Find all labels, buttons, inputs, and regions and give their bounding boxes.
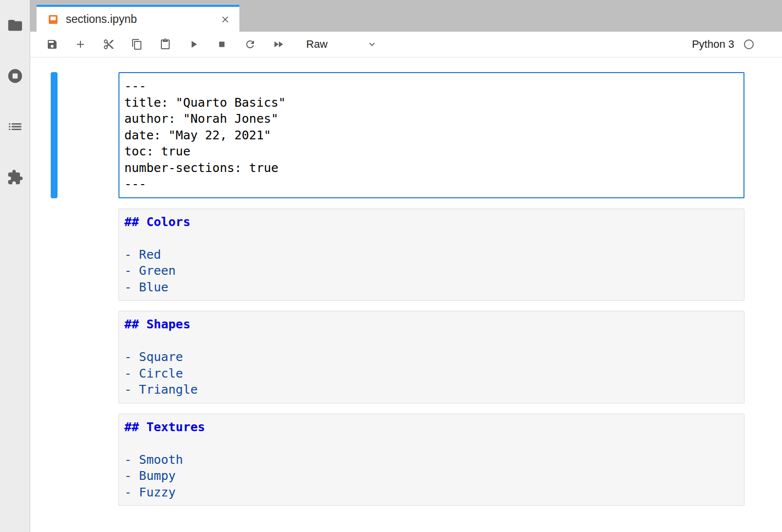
- code-line: - Red: [124, 247, 739, 263]
- code-line: title: "Quarto Basics": [124, 95, 739, 111]
- cell-type-dropdown[interactable]: Raw: [303, 36, 380, 53]
- interrupt-kernel-button[interactable]: [210, 34, 234, 55]
- list-icon: [7, 118, 23, 135]
- cell-collapser[interactable]: [51, 72, 58, 198]
- cell-collapser[interactable]: [51, 414, 58, 506]
- save-icon: [46, 38, 58, 50]
- cell-collapser[interactable]: [51, 311, 58, 403]
- sidebar-item-running-sessions[interactable]: [5, 66, 25, 86]
- code-line: [124, 230, 739, 247]
- code-line: ---: [124, 78, 739, 95]
- notebook-icon: [47, 14, 59, 25]
- save-button[interactable]: [40, 34, 64, 55]
- chevron-down-icon: [367, 39, 377, 50]
- code-line: ## Shapes: [124, 316, 739, 333]
- run-icon: [188, 38, 199, 50]
- tab-title: sections.ipynb: [66, 13, 137, 26]
- code-line: - Green: [124, 263, 739, 279]
- folder-icon: [7, 17, 23, 34]
- cell-editor-markdown[interactable]: ## Textures - Smooth- Bumpy- Fuzzy: [118, 414, 744, 506]
- notebook-panel: ---title: "Quarto Basics"author: "Norah …: [30, 57, 782, 532]
- insert-cell-button[interactable]: [68, 34, 93, 55]
- sidebar-item-file-browser[interactable]: [5, 16, 25, 35]
- cut-cells-button[interactable]: [97, 34, 121, 55]
- cells-container: ---title: "Quarto Basics"author: "Norah …: [30, 72, 782, 506]
- code-line: date: "May 22, 2021": [124, 127, 739, 144]
- cell-editor-raw[interactable]: ---title: "Quarto Basics"author: "Norah …: [118, 72, 744, 198]
- restart-icon: [244, 38, 256, 50]
- code-line: - Smooth: [124, 452, 739, 468]
- restart-kernel-button[interactable]: [238, 34, 262, 55]
- kernel-name[interactable]: Python 3: [692, 38, 734, 51]
- sidebar-item-extensions[interactable]: [5, 168, 25, 187]
- code-line: - Triangle: [124, 381, 739, 398]
- fast-forward-icon: [273, 38, 284, 50]
- code-line: [124, 333, 739, 349]
- notebook-cell[interactable]: ## Colors - Red- Green- Blue: [51, 209, 782, 301]
- run-cell-button[interactable]: [181, 34, 206, 55]
- code-line: number-sections: true: [124, 160, 739, 176]
- cell-collapser[interactable]: [51, 209, 58, 301]
- code-line: [124, 435, 739, 452]
- notebook-cell[interactable]: ## Shapes - Square- Circle- Triangle: [51, 311, 782, 403]
- tab-bar: sections.ipynb: [30, 0, 782, 32]
- paste-icon: [159, 38, 171, 50]
- code-line: - Fuzzy: [124, 484, 739, 501]
- jupyterlab-window: sections.ipynb: [0, 0, 782, 532]
- tab-sections-ipynb[interactable]: sections.ipynb: [37, 5, 239, 32]
- code-line: - Circle: [124, 365, 739, 382]
- code-line: - Blue: [124, 279, 739, 296]
- main-area: sections.ipynb: [30, 0, 782, 532]
- notebook-toolbar: Raw Python 3: [30, 32, 782, 57]
- cell-type-value: Raw: [306, 38, 328, 51]
- close-icon[interactable]: [220, 14, 231, 25]
- notebook-cell[interactable]: ---title: "Quarto Basics"author: "Norah …: [51, 72, 782, 198]
- left-activity-bar: [0, 0, 30, 532]
- sidebar-item-table-of-contents[interactable]: [5, 117, 25, 136]
- running-kernels-icon: [7, 68, 23, 84]
- code-line: ## Textures: [124, 419, 739, 436]
- cell-editor-markdown[interactable]: ## Colors - Red- Green- Blue: [118, 209, 744, 301]
- cell-editor-markdown[interactable]: ## Shapes - Square- Circle- Triangle: [118, 311, 744, 403]
- code-line: ---: [124, 176, 739, 192]
- code-line: author: "Norah Jones": [124, 111, 739, 127]
- copy-cells-button[interactable]: [125, 34, 149, 55]
- stop-icon: [216, 38, 228, 50]
- plus-icon: [75, 38, 86, 50]
- code-line: ## Colors: [124, 214, 739, 230]
- code-line: - Square: [124, 349, 739, 365]
- notebook-cell[interactable]: ## Textures - Smooth- Bumpy- Fuzzy: [51, 414, 782, 506]
- code-line: - Bumpy: [124, 468, 739, 484]
- code-line: toc: true: [124, 143, 739, 160]
- paste-cells-button[interactable]: [153, 34, 177, 55]
- cut-icon: [103, 38, 115, 50]
- restart-run-all-button[interactable]: [266, 34, 291, 55]
- copy-icon: [131, 38, 143, 50]
- puzzle-icon: [7, 169, 23, 186]
- kernel-indicator: Python 3: [692, 38, 755, 51]
- kernel-idle-circle-icon[interactable]: [743, 38, 755, 50]
